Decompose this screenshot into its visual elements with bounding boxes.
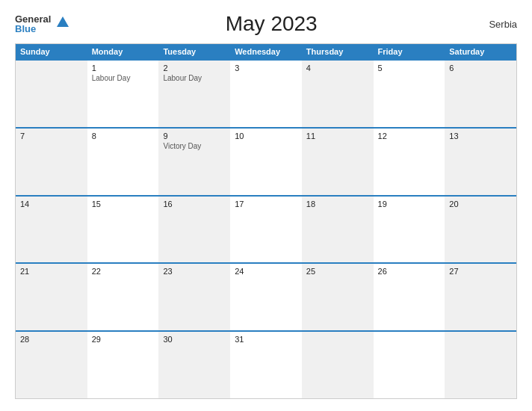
header-thursday: Thursday <box>302 44 374 59</box>
day-cell: 12 <box>374 129 445 195</box>
day-cell: 3 <box>230 61 302 127</box>
day-cell: 9Victory Day <box>158 129 230 195</box>
day-cell: 30 <box>158 332 230 398</box>
day-cell: 20 <box>445 197 516 263</box>
day-cell: 16 <box>158 197 230 263</box>
header-friday: Friday <box>374 44 445 59</box>
day-cell: 25 <box>302 264 374 330</box>
calendar-page: General Blue May 2023 Serbia Sunday Mond… <box>0 0 532 411</box>
calendar-grid: Sunday Monday Tuesday Wednesday Thursday… <box>15 43 517 399</box>
day-cell: 24 <box>230 264 302 330</box>
weeks-container: 1Labour Day 2Labour Day 3 4 5 6 7 8 9Vic… <box>16 59 516 398</box>
day-cell: 1Labour Day <box>87 61 159 127</box>
header-monday: Monday <box>87 44 159 59</box>
day-cell: 13 <box>445 129 516 195</box>
day-cell: 7 <box>16 129 87 195</box>
week-row-2: 7 8 9Victory Day 10 11 12 13 <box>16 127 516 195</box>
day-cell: 2Labour Day <box>158 61 230 127</box>
day-cell: 31 <box>230 332 302 398</box>
day-cell: 4 <box>302 61 374 127</box>
day-cell: 8 <box>87 129 159 195</box>
week-row-1: 1Labour Day 2Labour Day 3 4 5 6 <box>16 59 516 127</box>
logo-blue: Blue <box>15 24 51 34</box>
day-cell <box>16 61 87 127</box>
day-cell: 29 <box>87 332 159 398</box>
day-cell: 28 <box>16 332 87 398</box>
logo-triangle-icon <box>55 15 70 33</box>
day-cell <box>445 332 516 398</box>
day-cell: 5 <box>374 61 445 127</box>
day-cell: 22 <box>87 264 159 330</box>
day-cell <box>374 332 445 398</box>
page-header: General Blue May 2023 Serbia <box>15 12 517 36</box>
logo: General Blue <box>15 14 70 34</box>
day-cell: 17 <box>230 197 302 263</box>
svg-marker-0 <box>57 16 69 27</box>
week-row-3: 14 15 16 17 18 19 20 <box>16 195 516 263</box>
country-label: Serbia <box>472 19 517 30</box>
day-cell: 19 <box>374 197 445 263</box>
day-headers-row: Sunday Monday Tuesday Wednesday Thursday… <box>16 44 516 59</box>
day-cell: 6 <box>445 61 516 127</box>
day-cell: 27 <box>445 264 516 330</box>
day-cell: 10 <box>230 129 302 195</box>
day-cell <box>302 332 374 398</box>
header-saturday: Saturday <box>445 44 516 59</box>
week-row-5: 28 29 30 31 <box>16 330 516 398</box>
week-row-4: 21 22 23 24 25 26 27 <box>16 262 516 330</box>
day-cell: 21 <box>16 264 87 330</box>
header-wednesday: Wednesday <box>230 44 302 59</box>
header-tuesday: Tuesday <box>158 44 230 59</box>
day-cell: 14 <box>16 197 87 263</box>
day-cell: 23 <box>158 264 230 330</box>
header-sunday: Sunday <box>16 44 87 59</box>
month-title: May 2023 <box>70 12 472 36</box>
day-cell: 11 <box>302 129 374 195</box>
day-cell: 18 <box>302 197 374 263</box>
day-cell: 26 <box>374 264 445 330</box>
day-cell: 15 <box>87 197 159 263</box>
